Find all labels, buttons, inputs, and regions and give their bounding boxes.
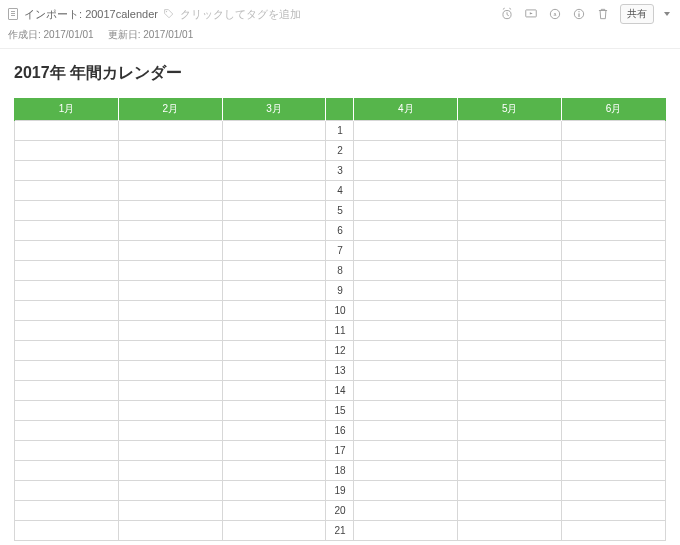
calendar-cell[interactable] (118, 201, 222, 221)
calendar-cell[interactable] (15, 361, 119, 381)
calendar-cell[interactable] (354, 521, 458, 541)
calendar-cell[interactable] (458, 141, 562, 161)
calendar-cell[interactable] (458, 181, 562, 201)
calendar-cell[interactable] (562, 421, 666, 441)
calendar-cell[interactable] (354, 321, 458, 341)
calendar-cell[interactable] (354, 441, 458, 461)
calendar-cell[interactable] (562, 481, 666, 501)
calendar-cell[interactable] (15, 281, 119, 301)
calendar-cell[interactable] (458, 381, 562, 401)
calendar-cell[interactable] (562, 141, 666, 161)
calendar-cell[interactable] (354, 361, 458, 381)
calendar-cell[interactable] (222, 461, 326, 481)
calendar-cell[interactable] (222, 321, 326, 341)
calendar-cell[interactable] (222, 261, 326, 281)
calendar-cell[interactable] (118, 521, 222, 541)
day-number[interactable]: 13 (326, 361, 354, 381)
day-number[interactable]: 6 (326, 221, 354, 241)
share-button[interactable]: 共有 (620, 4, 654, 24)
day-number[interactable]: 1 (326, 121, 354, 141)
day-number[interactable]: 5 (326, 201, 354, 221)
calendar-cell[interactable] (222, 441, 326, 461)
calendar-cell[interactable] (222, 201, 326, 221)
calendar-cell[interactable] (458, 321, 562, 341)
calendar-cell[interactable] (562, 301, 666, 321)
calendar-cell[interactable] (15, 261, 119, 281)
calendar-cell[interactable] (118, 461, 222, 481)
day-number[interactable]: 18 (326, 461, 354, 481)
calendar-cell[interactable] (562, 261, 666, 281)
calendar-cell[interactable] (354, 201, 458, 221)
calendar-cell[interactable] (562, 321, 666, 341)
calendar-cell[interactable] (118, 421, 222, 441)
calendar-cell[interactable] (562, 241, 666, 261)
calendar-cell[interactable] (562, 521, 666, 541)
calendar-cell[interactable] (458, 501, 562, 521)
day-number[interactable]: 4 (326, 181, 354, 201)
day-number[interactable]: 8 (326, 261, 354, 281)
annotate-icon[interactable]: a (548, 7, 562, 21)
calendar-cell[interactable] (458, 241, 562, 261)
day-number[interactable]: 10 (326, 301, 354, 321)
calendar-cell[interactable] (458, 261, 562, 281)
day-number[interactable]: 20 (326, 501, 354, 521)
calendar-cell[interactable] (118, 281, 222, 301)
calendar-cell[interactable] (354, 221, 458, 241)
calendar-cell[interactable] (562, 121, 666, 141)
calendar-cell[interactable] (458, 421, 562, 441)
calendar-cell[interactable] (562, 461, 666, 481)
calendar-cell[interactable] (562, 361, 666, 381)
calendar-cell[interactable] (354, 241, 458, 261)
calendar-cell[interactable] (118, 381, 222, 401)
calendar-cell[interactable] (458, 401, 562, 421)
calendar-cell[interactable] (562, 281, 666, 301)
calendar-cell[interactable] (458, 221, 562, 241)
calendar-cell[interactable] (354, 341, 458, 361)
day-number[interactable]: 2 (326, 141, 354, 161)
calendar-cell[interactable] (354, 281, 458, 301)
calendar-cell[interactable] (562, 161, 666, 181)
calendar-cell[interactable] (118, 261, 222, 281)
calendar-cell[interactable] (458, 121, 562, 141)
calendar-cell[interactable] (222, 341, 326, 361)
calendar-cell[interactable] (354, 421, 458, 441)
calendar-cell[interactable] (458, 441, 562, 461)
calendar-cell[interactable] (562, 501, 666, 521)
trash-icon[interactable] (596, 7, 610, 21)
calendar-cell[interactable] (222, 381, 326, 401)
calendar-cell[interactable] (354, 381, 458, 401)
calendar-cell[interactable] (354, 141, 458, 161)
calendar-cell[interactable] (354, 481, 458, 501)
calendar-cell[interactable] (118, 401, 222, 421)
calendar-cell[interactable] (118, 301, 222, 321)
calendar-cell[interactable] (118, 341, 222, 361)
calendar-cell[interactable] (562, 401, 666, 421)
calendar-cell[interactable] (562, 201, 666, 221)
calendar-cell[interactable] (15, 221, 119, 241)
calendar-cell[interactable] (15, 461, 119, 481)
day-number[interactable]: 16 (326, 421, 354, 441)
reminder-icon[interactable] (500, 7, 514, 21)
calendar-cell[interactable] (15, 421, 119, 441)
calendar-cell[interactable] (15, 401, 119, 421)
calendar-cell[interactable] (222, 481, 326, 501)
calendar-cell[interactable] (458, 461, 562, 481)
calendar-cell[interactable] (458, 281, 562, 301)
calendar-cell[interactable] (15, 201, 119, 221)
calendar-cell[interactable] (118, 321, 222, 341)
calendar-cell[interactable] (222, 141, 326, 161)
calendar-cell[interactable] (222, 121, 326, 141)
day-number[interactable]: 9 (326, 281, 354, 301)
calendar-cell[interactable] (222, 501, 326, 521)
calendar-cell[interactable] (354, 461, 458, 481)
calendar-cell[interactable] (562, 221, 666, 241)
calendar-cell[interactable] (118, 221, 222, 241)
calendar-cell[interactable] (15, 121, 119, 141)
calendar-cell[interactable] (354, 301, 458, 321)
calendar-cell[interactable] (15, 301, 119, 321)
calendar-cell[interactable] (354, 261, 458, 281)
calendar-cell[interactable] (458, 341, 562, 361)
calendar-cell[interactable] (222, 161, 326, 181)
day-number[interactable]: 21 (326, 521, 354, 541)
calendar-cell[interactable] (222, 301, 326, 321)
